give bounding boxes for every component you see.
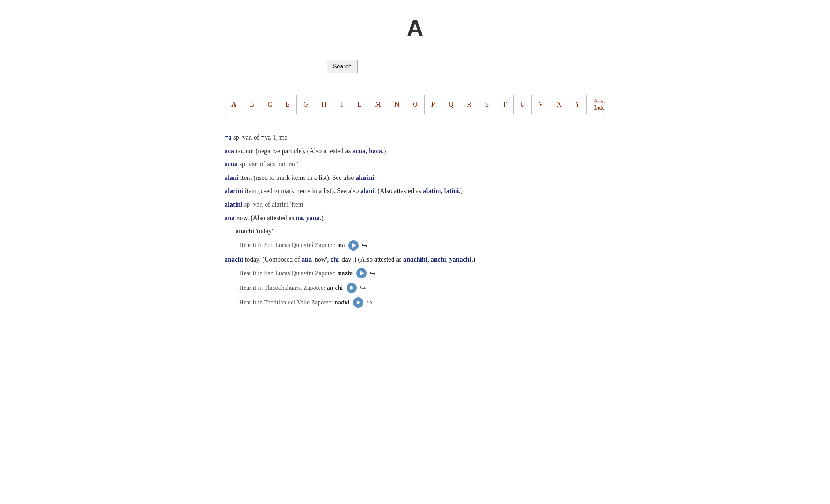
link-yana[interactable]: yana [306, 214, 320, 222]
link-haca[interactable]: haca [369, 147, 382, 155]
link-anchi[interactable]: anchi [431, 256, 446, 263]
arrow-button-2[interactable]: ↪ [370, 267, 376, 279]
alphabet-nav: A B C E G H I L M N O P Q R S T U V X Y … [225, 92, 605, 117]
def-alani: item (used to mark items in a list). See… [240, 174, 356, 181]
alpha-S[interactable]: S [478, 95, 496, 114]
alpha-P[interactable]: P [425, 95, 442, 114]
hear-it-1: Hear it in San Lucas Quiaviní Zapotec: n… [239, 239, 605, 252]
alpha-N[interactable]: N [388, 95, 406, 114]
pronunciation-4: nadxi [334, 299, 349, 306]
hear-it-1-inner: Hear it in San Lucas Quiaviní Zapotec: n… [239, 239, 605, 252]
entry-alani: alani item (used to mark items in a list… [225, 172, 605, 184]
hear-it-3: Hear it in Tlacochahuaya Zapotec: an chi… [239, 282, 605, 294]
alpha-R[interactable]: R [460, 95, 478, 114]
alpha-G[interactable]: G [297, 95, 315, 114]
hear-label-1: Hear it in San Lucas Quiaviní Zapotec: n… [239, 240, 345, 251]
search-button[interactable]: Search [327, 60, 358, 73]
dictionary-entries: =a sp. var. of =ya 'I; me' aca no, not (… [225, 132, 605, 309]
play-button-2[interactable] [356, 268, 367, 278]
alpha-Y[interactable]: Y [568, 95, 587, 114]
def-anachi-before: today. (Composed of [245, 256, 302, 263]
search-input[interactable] [225, 60, 327, 73]
headword-a: =a [225, 134, 231, 141]
page-title: A [225, 15, 605, 42]
headword-anachi: anachi [225, 256, 243, 263]
alpha-O[interactable]: O [406, 95, 425, 114]
entry-anachi-sub: anachi 'today' [236, 226, 605, 237]
headword-aca: aca [225, 147, 234, 155]
alpha-H[interactable]: H [315, 95, 333, 114]
entry-acua: acua sp. var. of aca 'no, not' [225, 159, 605, 170]
headword-alatini: alatini [225, 201, 242, 208]
hear-label-4: Hear it in Teotitlán del Valle Zapotec: … [239, 297, 349, 308]
alpha-V[interactable]: V [532, 95, 550, 114]
search-area: Search [225, 60, 605, 73]
alpha-T[interactable]: T [496, 95, 514, 114]
link-anachihi[interactable]: anachihi [403, 256, 427, 263]
arrow-button-4[interactable]: ↪ [366, 296, 373, 309]
def-aca: no, not (negative particle). (Also attes… [236, 147, 352, 155]
alpha-X[interactable]: X [550, 95, 568, 114]
alpha-C[interactable]: C [261, 95, 279, 114]
entry-alatini: alatini sp. var. of alarini 'item' [225, 199, 605, 210]
entry-ana: ana now. (Also attested as na, yana.) [225, 212, 605, 224]
hear-it-2-inner: Hear it in San Lucas Quiaviní Zapotec: n… [239, 267, 605, 279]
link-ana-in-anachi[interactable]: ana [301, 256, 312, 263]
hear-label-3: Hear it in Tlacochahuaya Zapotec: an chi [239, 283, 343, 293]
def-anachi-sub: 'today' [256, 227, 273, 235]
arrow-button-3[interactable]: ↪ [360, 282, 366, 294]
play-button-1[interactable] [348, 240, 359, 251]
link-alarini[interactable]: alarini [356, 174, 374, 181]
link-alatini[interactable]: alatini [423, 187, 441, 194]
headword-alarini: alarini [225, 187, 243, 194]
hear-label-2: Hear it in San Lucas Quiaviní Zapotec: n… [239, 268, 353, 279]
entry-a: =a sp. var. of =ya 'I; me' [225, 132, 605, 143]
alpha-E[interactable]: E [279, 95, 297, 114]
def-ana: now. (Also attested as [237, 214, 296, 222]
alpha-Q[interactable]: Q [442, 95, 460, 114]
hear-it-2: Hear it in San Lucas Quiaviní Zapotec: n… [239, 267, 605, 279]
hear-it-4-inner: Hear it in Teotitlán del Valle Zapotec: … [239, 296, 605, 309]
headword-anachi-sub: anachi [236, 227, 254, 235]
pronunciation-2: nazhi [338, 270, 353, 277]
alpha-reverse-index[interactable]: Reverse Index [587, 92, 605, 117]
play-button-3[interactable] [347, 283, 357, 293]
headword-ana: ana [225, 214, 235, 222]
entry-aca: aca no, not (negative particle). (Also a… [225, 145, 605, 157]
alpha-L[interactable]: L [351, 95, 368, 114]
link-acua[interactable]: acua [352, 147, 366, 155]
hear-it-4: Hear it in Teotitlán del Valle Zapotec: … [239, 296, 605, 309]
def-a: sp. var. of =ya 'I; me' [233, 134, 289, 141]
pronunciation-3: an chi [327, 284, 343, 291]
def-alarini: item (used to mark items in a list). See… [245, 187, 360, 194]
link-chi[interactable]: chi [330, 256, 339, 263]
arrow-button-1[interactable]: ↪ [362, 239, 368, 252]
link-alani[interactable]: alani [360, 187, 374, 194]
link-latini[interactable]: latini [444, 187, 459, 194]
pronunciation-1: na [338, 241, 345, 248]
alpha-B[interactable]: B [243, 95, 261, 114]
headword-alani: alani [225, 174, 238, 181]
hear-it-3-inner: Hear it in Tlacochahuaya Zapotec: an chi… [239, 282, 605, 294]
def-acua: sp. var. of aca 'no, not' [240, 160, 298, 168]
entry-anachi: anachi today. (Composed of ana 'now', ch… [225, 254, 605, 265]
alpha-A[interactable]: A [225, 95, 243, 114]
link-na[interactable]: na [296, 214, 303, 222]
play-button-4[interactable] [353, 297, 363, 308]
entry-alarini: alarini item (used to mark items in a li… [225, 185, 605, 197]
alpha-U[interactable]: U [514, 95, 532, 114]
headword-acua: acua [225, 160, 238, 168]
link-yanachi[interactable]: yanachi [449, 256, 471, 263]
def-alatini: sp. var. of alarini 'item' [244, 201, 304, 208]
alpha-M[interactable]: M [368, 95, 388, 114]
alpha-I[interactable]: I [333, 95, 351, 114]
